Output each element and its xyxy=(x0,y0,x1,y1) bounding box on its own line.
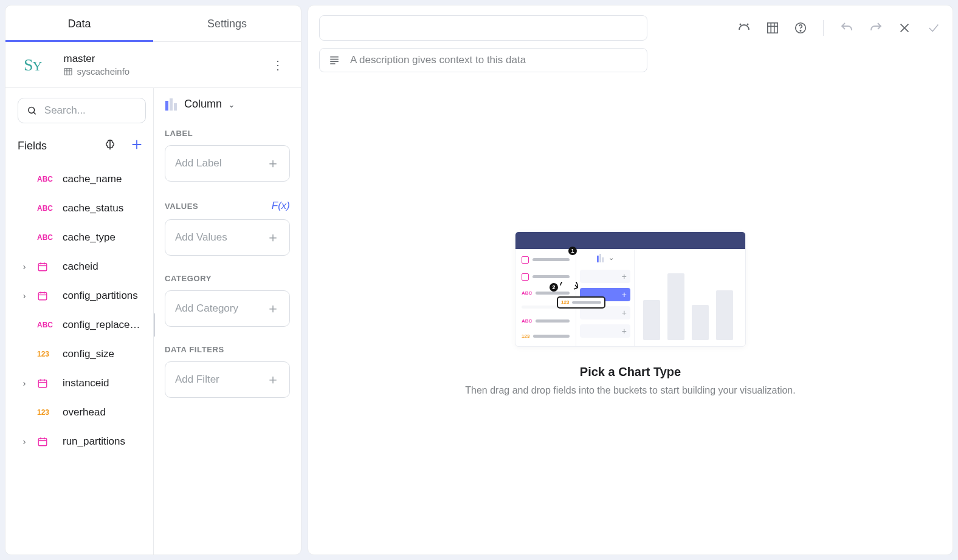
bucket-values-well[interactable]: Add Values ＋ xyxy=(165,219,290,256)
toolbar xyxy=(737,20,942,36)
field-item[interactable]: ›ABCconfig_replace… xyxy=(18,310,146,340)
canvas-empty-state: 1 ABC ABC 123 2 ⌄ xyxy=(308,72,953,555)
chevron-down-icon: ⌄ xyxy=(228,100,235,109)
fields-heading: Fields xyxy=(18,140,47,152)
empty-state-subtitle: Then drag and drop fields into the bucke… xyxy=(465,385,795,396)
type-date-icon xyxy=(37,290,54,301)
speed-icon[interactable] xyxy=(737,21,751,35)
source-subtitle: syscacheinfo xyxy=(63,66,129,77)
pane-resize-handle[interactable] xyxy=(154,313,155,337)
svg-rect-29 xyxy=(768,23,778,33)
grid-icon[interactable] xyxy=(766,21,779,35)
svg-point-28 xyxy=(747,24,748,24)
svg-rect-8 xyxy=(38,264,47,271)
field-item[interactable]: ›ABCcache_name xyxy=(18,165,146,194)
field-item[interactable]: ›config_partitions xyxy=(18,281,146,310)
plus-icon: ＋ xyxy=(266,370,280,389)
fx-button[interactable]: F(x) xyxy=(272,200,290,212)
type-number-icon: 123 xyxy=(37,408,54,417)
tab-data[interactable]: Data xyxy=(5,5,153,41)
brain-icon[interactable] xyxy=(103,138,117,154)
field-item[interactable]: ›123overhead xyxy=(18,398,146,427)
plus-icon: ＋ xyxy=(266,299,280,318)
field-item[interactable]: ›ABCcache_type xyxy=(18,223,146,252)
bucket-filters-heading: DATA FILTERS xyxy=(165,345,290,354)
svg-point-34 xyxy=(800,30,801,31)
undo-icon[interactable] xyxy=(839,21,854,35)
field-name: run_partitions xyxy=(63,435,125,448)
field-name: config_size xyxy=(63,348,114,360)
type-number-icon: 123 xyxy=(37,350,54,358)
type-text-icon: ABC xyxy=(37,321,54,329)
chart-type-selector[interactable]: Column ⌄ xyxy=(165,98,290,111)
chevron-right-icon: › xyxy=(20,262,29,271)
confirm-icon[interactable] xyxy=(926,21,942,35)
field-item[interactable]: ›123config_size xyxy=(18,340,146,369)
field-item[interactable]: ›ABCcache_status xyxy=(18,194,146,223)
bucket-category-heading: CATEGORY xyxy=(165,274,290,283)
svg-point-27 xyxy=(740,24,740,24)
svg-rect-24 xyxy=(165,101,168,111)
svg-rect-20 xyxy=(38,439,47,446)
bucket-values-heading: VALUES F(x) xyxy=(165,200,290,212)
tab-settings[interactable]: Settings xyxy=(153,5,301,41)
empty-state-illustration: 1 ABC ABC 123 2 ⌄ xyxy=(515,231,746,347)
svg-line-5 xyxy=(34,112,36,114)
title-input[interactable] xyxy=(319,15,647,41)
bucket-filters-well[interactable]: Add Filter ＋ xyxy=(165,361,290,398)
field-name: overhead xyxy=(63,406,106,418)
type-text-icon: ABC xyxy=(37,233,54,242)
redo-icon[interactable] xyxy=(869,21,883,35)
field-name: config_partitions xyxy=(63,290,138,302)
svg-rect-16 xyxy=(38,380,47,388)
type-date-icon xyxy=(37,378,54,389)
bucket-label-heading: LABEL xyxy=(165,129,290,138)
svg-rect-41 xyxy=(597,255,599,262)
svg-rect-42 xyxy=(599,254,601,262)
source-header: SY master syscacheinfo ⋮ xyxy=(5,42,301,88)
type-date-icon xyxy=(37,261,54,272)
fields-pane: Fields ›ABCcache_name›ABCcache_status›AB… xyxy=(5,88,154,555)
type-text-icon: ABC xyxy=(37,175,54,183)
column-chart-icon xyxy=(165,98,178,111)
config-pane: Column ⌄ LABEL Add Label ＋ VALUES F(x) A… xyxy=(154,88,301,555)
description-input[interactable]: A description gives context to this data xyxy=(319,48,647,72)
field-name: cache_name xyxy=(63,173,122,185)
source-logo: SY xyxy=(24,55,41,75)
type-text-icon: ABC xyxy=(37,204,54,213)
close-icon[interactable] xyxy=(898,21,911,35)
svg-point-4 xyxy=(29,107,35,113)
more-menu-icon[interactable]: ⋮ xyxy=(272,59,284,71)
field-item[interactable]: ›run_partitions xyxy=(18,427,146,456)
field-name: config_replace… xyxy=(63,319,140,331)
paragraph-icon xyxy=(328,55,340,66)
chevron-right-icon: › xyxy=(20,291,29,301)
sidebar-tabs: Data Settings xyxy=(5,5,301,42)
sidebar: Data Settings SY master syscacheinfo ⋮ xyxy=(5,5,302,555)
field-name: instanceid xyxy=(63,377,109,389)
svg-rect-26 xyxy=(174,103,177,111)
field-name: cacheid xyxy=(63,261,98,273)
svg-rect-25 xyxy=(170,98,173,111)
search-icon xyxy=(27,104,37,117)
plus-icon: ＋ xyxy=(266,154,280,172)
search-input[interactable] xyxy=(44,104,137,117)
help-icon[interactable] xyxy=(794,21,807,35)
chevron-right-icon: › xyxy=(20,378,29,388)
search-box[interactable] xyxy=(18,98,146,123)
svg-rect-43 xyxy=(602,257,604,262)
add-field-icon[interactable] xyxy=(130,138,143,154)
plus-icon: ＋ xyxy=(266,228,280,247)
field-item[interactable]: ›instanceid xyxy=(18,369,146,398)
empty-state-title: Pick a Chart Type xyxy=(580,365,681,379)
chevron-right-icon: › xyxy=(20,437,29,446)
main-panel: A description gives context to this data… xyxy=(308,5,953,555)
field-item[interactable]: ›cacheid xyxy=(18,252,146,281)
svg-rect-12 xyxy=(38,293,47,300)
field-name: cache_type xyxy=(63,231,115,244)
table-icon xyxy=(63,67,73,77)
bucket-label-well[interactable]: Add Label ＋ xyxy=(165,145,290,182)
field-name: cache_status xyxy=(63,202,123,214)
bucket-category-well[interactable]: Add Category ＋ xyxy=(165,290,290,327)
source-title: master xyxy=(63,53,129,65)
